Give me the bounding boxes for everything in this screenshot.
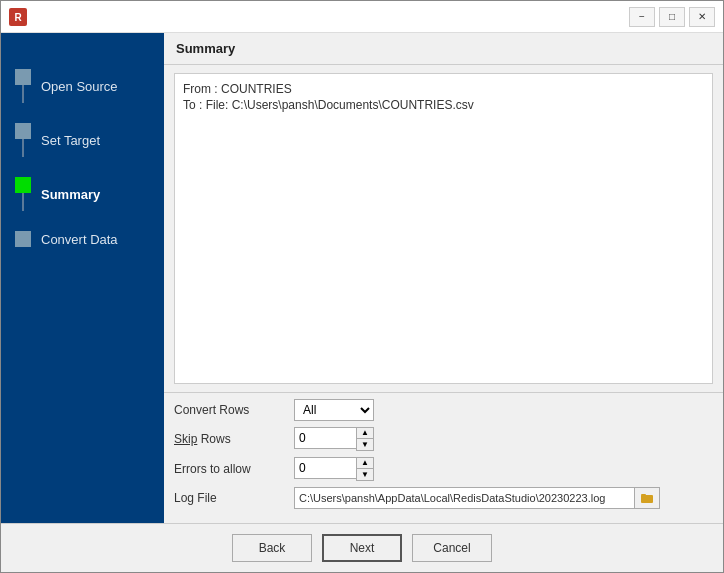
errors-label: Errors to allow xyxy=(174,462,294,476)
title-bar-controls: − □ ✕ xyxy=(629,7,715,27)
title-bar-left: R xyxy=(9,8,27,26)
skip-rows-input[interactable] xyxy=(294,427,356,449)
skip-rows-row: Skip Rows ▲ ▼ xyxy=(174,427,713,451)
svg-text:R: R xyxy=(14,12,22,23)
sidebar-item-set-target[interactable]: Set Target xyxy=(1,113,164,167)
convert-rows-select[interactable]: All Range xyxy=(294,399,374,421)
restore-button[interactable]: □ xyxy=(659,7,685,27)
bottom-bar: Back Next Cancel xyxy=(1,523,723,572)
summary-box: From : COUNTRIES To : File: C:\Users\pan… xyxy=(174,73,713,384)
content-area: Open Source Set Target Summa xyxy=(1,33,723,523)
summary-line-2: To : File: C:\Users\pansh\Documents\COUN… xyxy=(183,98,704,112)
app-icon: R xyxy=(9,8,27,26)
sidebar-item-convert-data[interactable]: Convert Data xyxy=(1,221,164,257)
cancel-button[interactable]: Cancel xyxy=(412,534,492,562)
errors-row: Errors to allow ▲ ▼ xyxy=(174,457,713,481)
back-button[interactable]: Back xyxy=(232,534,312,562)
log-browse-button[interactable] xyxy=(634,487,660,509)
nav-dot-summary xyxy=(15,177,31,193)
main-panel: Summary From : COUNTRIES To : File: C:\U… xyxy=(164,33,723,523)
close-button[interactable]: ✕ xyxy=(689,7,715,27)
nav-dot-convert-data xyxy=(15,231,31,247)
convert-rows-row: Convert Rows All Range xyxy=(174,399,713,421)
skip-rows-spinner: ▲ ▼ xyxy=(294,427,374,451)
skip-rows-up[interactable]: ▲ xyxy=(357,428,373,439)
convert-rows-control: All Range xyxy=(294,399,374,421)
next-button[interactable]: Next xyxy=(322,534,402,562)
errors-input[interactable] xyxy=(294,457,356,479)
sidebar-label-convert-data: Convert Data xyxy=(41,232,118,247)
log-file-label: Log File xyxy=(174,491,294,505)
folder-icon xyxy=(640,491,654,505)
sidebar-label-open-source: Open Source xyxy=(41,79,118,94)
skip-rows-down[interactable]: ▼ xyxy=(357,439,373,450)
errors-control: ▲ ▼ xyxy=(294,457,374,481)
sidebar-item-open-source[interactable]: Open Source xyxy=(1,59,164,113)
sidebar-label-set-target: Set Target xyxy=(41,133,100,148)
title-bar: R − □ ✕ xyxy=(1,1,723,33)
log-file-control xyxy=(294,487,660,509)
log-file-input[interactable] xyxy=(294,487,634,509)
errors-up[interactable]: ▲ xyxy=(357,458,373,469)
svg-rect-3 xyxy=(641,494,646,496)
sidebar-item-summary[interactable]: Summary xyxy=(1,167,164,221)
minimize-button[interactable]: − xyxy=(629,7,655,27)
skip-rows-label: Skip Rows xyxy=(174,432,294,446)
form-section: Convert Rows All Range Skip Rows xyxy=(164,392,723,523)
main-window: R − □ ✕ Open Source xyxy=(0,0,724,573)
summary-line-1: From : COUNTRIES xyxy=(183,82,704,96)
errors-spinner: ▲ ▼ xyxy=(294,457,374,481)
convert-rows-label: Convert Rows xyxy=(174,403,294,417)
sidebar-label-summary: Summary xyxy=(41,187,100,202)
skip-rows-control: ▲ ▼ xyxy=(294,427,374,451)
log-file-row: Log File xyxy=(174,487,713,509)
errors-down[interactable]: ▼ xyxy=(357,469,373,480)
sidebar-nav: Open Source Set Target Summa xyxy=(1,43,164,273)
panel-title: Summary xyxy=(164,33,723,65)
sidebar: Open Source Set Target Summa xyxy=(1,33,164,523)
svg-rect-2 xyxy=(641,495,653,503)
nav-dot-open-source xyxy=(15,69,31,85)
nav-dot-set-target xyxy=(15,123,31,139)
